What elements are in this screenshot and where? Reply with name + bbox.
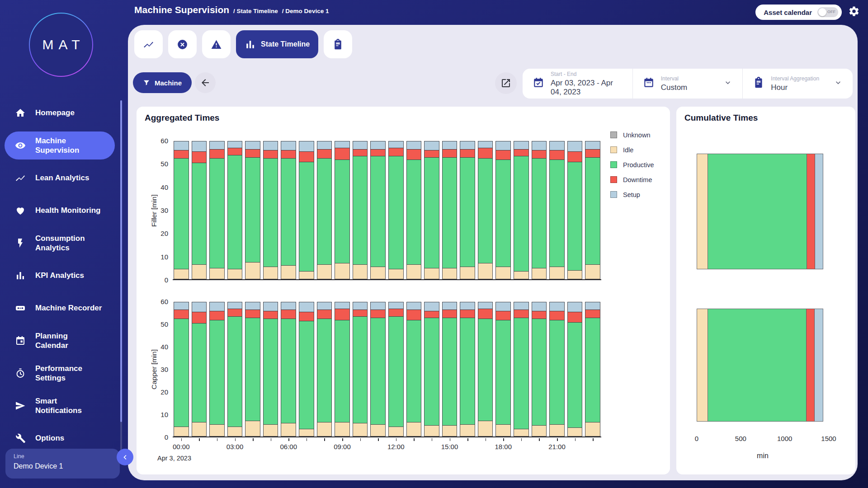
y-tick-label: 0 bbox=[140, 276, 168, 284]
machine-filter-button[interactable]: Machine bbox=[133, 72, 192, 93]
legend-label: Productive bbox=[623, 161, 654, 169]
stacked-bar-capper-17:00 bbox=[478, 302, 493, 436]
topbar: Machine Supervision / State Timeline/ De… bbox=[128, 0, 868, 25]
stacked-bar-filler-05:00 bbox=[263, 141, 278, 279]
tab-clipboard[interactable] bbox=[324, 30, 352, 58]
stacked-bar-filler-23:00 bbox=[585, 141, 600, 279]
stacked-bar-capper-02:00 bbox=[209, 302, 225, 436]
back-button[interactable] bbox=[195, 72, 216, 93]
x-axis-tick bbox=[503, 438, 504, 441]
stacked-bar-filler-11:00 bbox=[370, 141, 386, 279]
stacked-bar-capper-15:00 bbox=[442, 302, 458, 436]
bar-segment-idle bbox=[549, 267, 565, 279]
sidebar-item-kpi-analytics[interactable]: KPI Analytics bbox=[0, 259, 122, 292]
legend-swatch bbox=[610, 176, 617, 183]
sidebar-item-smart-notifications[interactable]: Smart Notifications bbox=[0, 389, 122, 422]
bar-segment-setup bbox=[478, 141, 493, 148]
settings-gear-button[interactable] bbox=[848, 5, 860, 17]
legend-item-productive[interactable]: Productive bbox=[610, 157, 654, 172]
legend-item-downtime[interactable]: Downtime bbox=[610, 172, 654, 187]
x-axis-tick bbox=[450, 438, 451, 441]
bar-segment-productive bbox=[424, 157, 439, 268]
start-end-selector[interactable]: Start - End Apr 03, 2023 - Apr 04, 2023 bbox=[523, 69, 632, 99]
sidebar-collapse-button[interactable] bbox=[117, 449, 133, 465]
bar-segment-setup bbox=[174, 141, 189, 150]
bar-segment-productive bbox=[227, 316, 243, 426]
tab-circle-x[interactable] bbox=[168, 30, 197, 58]
asset-calendar-toggle[interactable]: OFF bbox=[817, 7, 838, 17]
y-tick-label: 40 bbox=[140, 183, 168, 191]
x-tick-label: 12:00 bbox=[387, 443, 405, 450]
stacked-bar-capper-23:00 bbox=[585, 302, 600, 436]
bar-segment-idle bbox=[567, 270, 583, 279]
y-tick-label: 30 bbox=[140, 206, 168, 214]
bar-segment-setup bbox=[424, 302, 439, 311]
breadcrumb-item-1[interactable]: / Demo Device 1 bbox=[282, 8, 329, 14]
bar-segment-downtime bbox=[495, 150, 511, 159]
tab-warning[interactable] bbox=[202, 30, 231, 58]
bar-segment-productive bbox=[335, 320, 350, 422]
bar-segment-idle bbox=[549, 424, 565, 436]
calendar-icon bbox=[15, 335, 26, 346]
x-tick-label: 21:00 bbox=[548, 443, 566, 450]
sidebar-item-consumption-analytics[interactable]: Consumption Analytics bbox=[0, 227, 122, 259]
mat-logo[interactable]: MAT bbox=[29, 13, 93, 77]
bar-segment-downtime bbox=[495, 311, 511, 320]
legend-item-unknown[interactable]: Unknown bbox=[610, 127, 654, 142]
tab-trend-line[interactable] bbox=[134, 30, 163, 58]
stacked-bar-capper-19:00 bbox=[514, 302, 529, 436]
bar-segment-downtime bbox=[388, 148, 404, 156]
bar-segment-downtime bbox=[406, 310, 422, 319]
bar-segment-productive bbox=[532, 319, 547, 425]
chart-bars-icon bbox=[245, 39, 256, 50]
sidebar-scrollbar-thumb[interactable] bbox=[120, 100, 122, 422]
legend-item-setup[interactable]: Setup bbox=[610, 187, 654, 202]
bar-segment-productive bbox=[495, 160, 511, 267]
tab-state-timeline[interactable]: State Timeline bbox=[236, 30, 318, 58]
sidebar-item-planning-calendar[interactable]: Planning Calendar bbox=[0, 324, 122, 357]
bar-segment-setup bbox=[370, 302, 386, 310]
interval-selector[interactable]: Interval Custom bbox=[632, 69, 743, 99]
toggle-knob bbox=[818, 8, 826, 16]
bar-segment-setup bbox=[478, 302, 493, 309]
bar-segment-idle bbox=[245, 421, 260, 436]
bar-segment-productive bbox=[514, 156, 529, 271]
bar-segment-productive bbox=[335, 160, 350, 263]
sidebar-item-machine-recorder[interactable]: Machine Recorder bbox=[0, 292, 122, 324]
open-in-new-icon bbox=[500, 78, 511, 89]
bar-segment-setup bbox=[549, 141, 565, 150]
bar-segment-setup bbox=[209, 141, 225, 149]
bar-segment-setup bbox=[192, 141, 207, 151]
bar-segment-idle bbox=[406, 422, 422, 436]
bar-segment-productive bbox=[567, 322, 583, 427]
y-tick-label: 10 bbox=[140, 253, 168, 261]
sidebar-item-health-monitoring[interactable]: Health Monitoring bbox=[0, 194, 122, 227]
bar-segment-productive bbox=[174, 319, 189, 426]
circle-x-icon bbox=[177, 39, 188, 50]
legend-item-idle[interactable]: Idle bbox=[610, 142, 654, 157]
bar-segment-idle bbox=[335, 263, 350, 279]
sidebar-item-performance-settings[interactable]: Performance Settings bbox=[0, 357, 122, 389]
bar-segment-setup bbox=[317, 141, 332, 149]
x-tick-label: 18:00 bbox=[495, 443, 512, 450]
breadcrumb-item-0[interactable]: / State Timeline bbox=[233, 8, 278, 14]
bar-segment-idle bbox=[263, 424, 278, 436]
bar-segment-downtime bbox=[549, 150, 565, 159]
bar-segment-setup bbox=[245, 302, 260, 310]
sidebar-item-homepage[interactable]: Homepage bbox=[0, 97, 122, 129]
bar-segment-idle bbox=[335, 422, 350, 436]
x-tick-label: 03:00 bbox=[226, 443, 244, 450]
bar-segment-setup bbox=[299, 302, 314, 312]
plot-area-filler bbox=[173, 141, 601, 280]
bar-segment-setup bbox=[370, 141, 386, 149]
export-button[interactable] bbox=[495, 72, 517, 94]
x-axis-tick bbox=[235, 438, 236, 441]
interval-aggregation-selector[interactable]: Interval Aggregation Hour bbox=[742, 69, 853, 99]
sidebar-item-machine-supervision[interactable]: Machine Supervision bbox=[0, 129, 122, 162]
sidebar-item-lean-analytics[interactable]: Lean Analytics bbox=[0, 162, 122, 194]
bar-segment-setup bbox=[406, 141, 422, 149]
bar-segment-setup bbox=[245, 141, 260, 149]
date-filter-panel: Start - End Apr 03, 2023 - Apr 04, 2023 … bbox=[523, 69, 853, 99]
bar-segment-setup bbox=[281, 302, 296, 310]
sidebar-item-label: Performance Settings bbox=[35, 364, 82, 383]
